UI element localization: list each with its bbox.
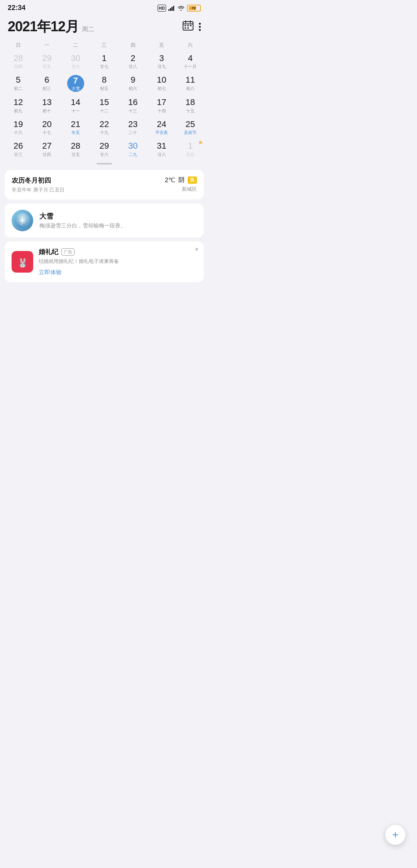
- ad-close-button[interactable]: ×: [195, 246, 198, 253]
- calendar-icon[interactable]: [183, 20, 193, 33]
- info-right: 2℃ 阴 良 新城区: [165, 176, 197, 193]
- day-cell[interactable]: 5 初二: [4, 73, 32, 94]
- solar-term-card: 大雪 梅须逊雪三分白，雪却输梅一段香。: [5, 203, 204, 237]
- location: 新城区: [165, 186, 197, 193]
- signal-icon: [168, 5, 175, 11]
- day-cell[interactable]: 24 平安夜: [147, 117, 176, 138]
- svg-rect-2: [171, 7, 173, 11]
- svg-rect-9: [187, 25, 189, 26]
- day-cell[interactable]: 1 廿七: [90, 51, 119, 72]
- day-cell[interactable]: 3 廿九: [147, 51, 176, 72]
- weekday-label: 周二: [82, 25, 94, 34]
- wifi-icon: [178, 5, 185, 11]
- solar-term-icon: [12, 210, 33, 231]
- status-icons: HD 72: [158, 5, 201, 12]
- day-cell[interactable]: 19 十六: [4, 117, 32, 138]
- day-cell[interactable]: 21 冬至: [61, 117, 90, 138]
- weekday-mon: 一: [32, 42, 61, 49]
- day-cell[interactable]: 23 二十: [119, 117, 147, 138]
- header-actions: [183, 20, 201, 33]
- day-cell[interactable]: 13 初十: [32, 95, 61, 116]
- temperature: 2℃: [165, 176, 175, 184]
- svg-rect-0: [168, 9, 170, 11]
- calendar-section: 日 一 二 三 四 五 六 28 廿四 29 廿五 30: [0, 40, 208, 160]
- ad-action-row[interactable]: 立即体验: [39, 269, 197, 276]
- weekday-wed: 三: [90, 42, 119, 49]
- ad-cta-button[interactable]: 立即体验: [39, 269, 62, 275]
- day-cell[interactable]: 29 廿六: [90, 139, 119, 159]
- day-cell[interactable]: 11 初八: [176, 73, 205, 94]
- weather-line: 2℃ 阴 良: [165, 176, 197, 184]
- day-cell[interactable]: 28 廿四: [4, 51, 32, 72]
- day-cell[interactable]: 17 十四: [147, 95, 176, 116]
- ad-title-row: 婚礼纪 广告: [39, 248, 197, 256]
- day-cell[interactable]: 10 初七: [147, 73, 176, 94]
- ad-desc: 结婚就用婚礼纪！婚礼电子请柬筹备: [39, 258, 197, 265]
- solar-text: 大雪 梅须逊雪三分白，雪却输梅一段香。: [39, 212, 126, 229]
- status-bar: 22:34 HD 72: [0, 0, 208, 14]
- day-cell[interactable]: 27 廿四: [32, 139, 61, 159]
- day-cell[interactable]: 4 十一月: [176, 51, 205, 72]
- status-time: 22:34: [8, 4, 25, 12]
- svg-rect-10: [190, 25, 192, 26]
- day-cell[interactable]: 8 初五: [90, 73, 119, 94]
- day-cell[interactable]: 25 圣诞节: [176, 117, 205, 138]
- weekday-row: 日 一 二 三 四 五 六: [4, 40, 205, 51]
- day-cell[interactable]: 22 十九: [90, 117, 119, 138]
- svg-rect-3: [173, 6, 174, 11]
- ad-content: 婚礼纪 广告 结婚就用婚礼纪！婚礼电子请柬筹备 立即体验: [39, 248, 197, 276]
- svg-rect-12: [187, 27, 189, 29]
- day-cell[interactable]: 1 元旦 休: [176, 139, 205, 159]
- day-cell[interactable]: 30 二九: [119, 139, 147, 159]
- ad-label: 广告: [61, 248, 75, 256]
- weekday-tue: 二: [61, 42, 90, 49]
- ad-card: 🐰 婚礼纪 广告 结婚就用婚礼纪！婚礼电子请柬筹备 立即体验 ×: [5, 241, 204, 282]
- solar-term-title: 大雪: [39, 212, 126, 221]
- svg-rect-8: [185, 25, 186, 26]
- solar-term-desc: 梅须逊雪三分白，雪却输梅一段香。: [39, 222, 126, 229]
- info-left: 农历冬月初四 辛丑牛年 庚子月 己丑日: [12, 176, 64, 193]
- ad-app-icon: 🐰: [12, 251, 33, 273]
- days-grid: 28 廿四 29 廿五 30 廿六 1 廿七: [4, 51, 205, 160]
- ganzhi: 辛丑牛年 庚子月 己丑日: [12, 186, 64, 193]
- day-cell[interactable]: 28 廿五: [61, 139, 90, 159]
- svg-text:🐰: 🐰: [17, 258, 28, 268]
- day-cell[interactable]: 14 十一: [61, 95, 90, 116]
- drag-bar: [97, 163, 112, 164]
- day-cell[interactable]: 18 十五: [176, 95, 205, 116]
- day-cell[interactable]: 20 十七: [32, 117, 61, 138]
- header-title: 2021年12月 周二: [8, 17, 94, 36]
- svg-rect-1: [170, 8, 171, 11]
- svg-point-18: [21, 224, 22, 225]
- weekday-sat: 六: [176, 42, 205, 49]
- weekday-sun: 日: [4, 42, 32, 49]
- day-cell[interactable]: 30 廿六: [61, 51, 90, 72]
- year-month-label: 2021年12月: [8, 17, 79, 36]
- battery-level: 72: [187, 5, 200, 11]
- lunar-date: 农历冬月初四: [12, 176, 64, 185]
- svg-rect-11: [185, 27, 186, 29]
- weekday-fri: 五: [147, 42, 176, 49]
- day-cell[interactable]: 31 廿八: [147, 139, 176, 159]
- day-cell[interactable]: 2 廿八: [119, 51, 147, 72]
- hd-label: HD: [158, 5, 166, 12]
- info-card: 农历冬月初四 辛丑牛年 庚子月 己丑日 2℃ 阴 良 新城区: [5, 170, 204, 200]
- day-cell[interactable]: 9 初六: [119, 73, 147, 94]
- battery-icon: 72: [187, 5, 201, 12]
- calendar-header: 2021年12月 周二: [0, 14, 208, 40]
- day-cell[interactable]: 29 廿五: [32, 51, 61, 72]
- weather-condition: 阴: [178, 176, 185, 184]
- day-cell[interactable]: 15 十二: [90, 95, 119, 116]
- day-cell[interactable]: 7 大雪: [61, 73, 90, 94]
- svg-point-19: [23, 222, 24, 224]
- day-cell[interactable]: 6 初三: [32, 73, 61, 94]
- ad-app-name: 婚礼纪: [39, 248, 58, 256]
- drag-handle: [0, 160, 208, 166]
- day-cell[interactable]: 16 十三: [119, 95, 147, 116]
- day-cell[interactable]: 12 初九: [4, 95, 32, 116]
- more-icon[interactable]: [199, 22, 201, 32]
- day-cell[interactable]: 26 廿三: [4, 139, 32, 159]
- weekday-thu: 四: [119, 42, 147, 49]
- air-quality-badge: 良: [188, 176, 197, 184]
